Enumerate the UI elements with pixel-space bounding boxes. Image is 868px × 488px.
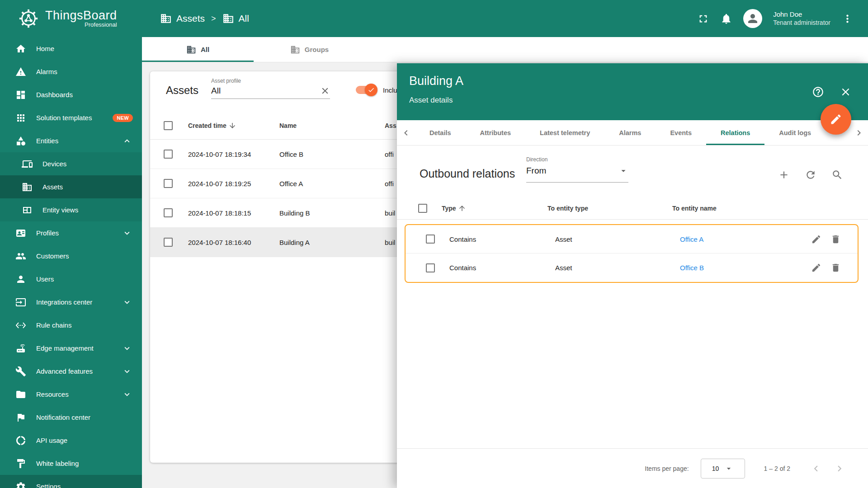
drawer-header: Building A Asset details: [397, 63, 868, 120]
sidebar-item-settings[interactable]: Settings: [0, 475, 142, 488]
select-all-checkbox[interactable]: [418, 204, 427, 213]
entity-link[interactable]: Office A: [680, 235, 773, 243]
tab-all[interactable]: All: [142, 37, 254, 62]
sidebar-item-edge-management[interactable]: Edge management: [0, 337, 142, 360]
sidebar-item-assets[interactable]: Assets: [0, 175, 142, 198]
sidebar-item-label: Dashboards: [36, 91, 73, 99]
column-created-time[interactable]: Created time: [188, 122, 279, 130]
previous-page-icon[interactable]: [810, 463, 822, 474]
tab-audit-logs[interactable]: Audit logs: [764, 120, 826, 145]
row-checkbox[interactable]: [164, 150, 173, 159]
next-page-icon[interactable]: [834, 463, 845, 474]
dashboards-icon: [15, 89, 26, 100]
chevron-down-icon: [122, 228, 132, 238]
sidebar-item-solution-templates[interactable]: Solution templates NEW: [0, 106, 142, 129]
cell-created: 2024-10-07 18:19:25: [188, 180, 279, 188]
sidebar-item-label: Entities: [36, 137, 58, 145]
drawer-subtitle: Asset details: [409, 96, 453, 105]
settings-icon: [15, 481, 26, 488]
sidebar-item-rule-chains[interactable]: Rule chains: [0, 314, 142, 337]
all-breadcrumb-icon: [222, 13, 234, 24]
relation-row[interactable]: Contains Asset Office B: [406, 253, 858, 282]
page-size-select[interactable]: 10: [701, 459, 745, 479]
notifications-bell-icon[interactable]: [720, 13, 732, 25]
edit-relation-icon[interactable]: [811, 263, 821, 273]
sidebar-item-profiles[interactable]: Profiles: [0, 221, 142, 244]
tabs-scroll-right[interactable]: [850, 120, 868, 145]
tab-details[interactable]: Details: [415, 120, 466, 145]
fullscreen-icon[interactable]: [697, 13, 709, 25]
relation-row[interactable]: Contains Asset Office A: [406, 225, 858, 253]
sidebar-item-api-usage[interactable]: API usage: [0, 429, 142, 452]
tab-alarms[interactable]: Alarms: [604, 120, 656, 145]
refresh-icon[interactable]: [805, 169, 816, 181]
breadcrumb-assets[interactable]: Assets: [176, 13, 205, 24]
row-checkbox[interactable]: [164, 179, 173, 188]
breadcrumb-all[interactable]: All: [239, 13, 249, 24]
sidebar-item-users[interactable]: Users: [0, 267, 142, 291]
sidebar-item-resources[interactable]: Resources: [0, 383, 142, 406]
sidebar-item-entity-views[interactable]: Entity views: [0, 198, 142, 221]
select-all-checkbox[interactable]: [164, 121, 173, 130]
cell-to-type: Asset: [555, 264, 680, 272]
column-to-entity-name[interactable]: To entity name: [672, 205, 783, 212]
sidebar-item-white-labeling[interactable]: White labeling: [0, 452, 142, 475]
filter-label: Asset profile: [211, 78, 330, 84]
chevron-down-icon: [122, 366, 132, 376]
chevron-left-icon: [401, 127, 411, 138]
sidebar-item-dashboards[interactable]: Dashboards: [0, 83, 142, 106]
tab-groups[interactable]: Groups: [254, 37, 365, 62]
assets-icon: [22, 182, 33, 192]
row-checkbox[interactable]: [164, 208, 173, 217]
sidebar-item-integrations-center[interactable]: Integrations center: [0, 291, 142, 314]
tabs-scroll-left[interactable]: [397, 120, 415, 145]
cell-name: Office B: [279, 150, 385, 158]
tab-latest-telemetry[interactable]: Latest telemetry: [525, 120, 604, 145]
avatar-person-icon: [746, 12, 760, 25]
sidebar-item-home[interactable]: Home: [0, 37, 142, 60]
sidebar-item-notification-center[interactable]: Notification center: [0, 406, 142, 429]
column-to-entity-type[interactable]: To entity type: [547, 205, 672, 212]
cell-created: 2024-10-07 18:16:40: [188, 239, 279, 246]
add-relation-icon[interactable]: [778, 169, 790, 181]
sidebar-item-devices[interactable]: Devices: [0, 152, 142, 175]
chevron-down-icon: [122, 297, 132, 307]
more-menu-icon[interactable]: [841, 13, 854, 25]
entity-link[interactable]: Office B: [680, 264, 773, 272]
chevron-up-icon: [122, 136, 132, 146]
include-toggle[interactable]: [356, 86, 377, 94]
include-toggle-wrap: Includ: [356, 86, 401, 94]
sidebar-item-advanced-features[interactable]: Advanced features: [0, 360, 142, 383]
asset-profile-filter[interactable]: Asset profile All: [211, 78, 330, 99]
help-icon[interactable]: [812, 86, 824, 98]
edit-relation-icon[interactable]: [811, 234, 821, 244]
sidebar-item-alarms[interactable]: Alarms: [0, 60, 142, 83]
close-icon[interactable]: [840, 86, 852, 98]
sidebar-item-label: Customers: [36, 252, 69, 260]
tab-attributes[interactable]: Attributes: [466, 120, 525, 145]
pagination-bar: Items per page: 10 1 – 2 of 2: [397, 448, 868, 488]
row-checkbox[interactable]: [164, 238, 173, 247]
chevron-down-icon: [122, 343, 132, 353]
search-icon[interactable]: [831, 169, 843, 181]
row-checkbox[interactable]: [426, 263, 435, 272]
clear-filter-icon[interactable]: [320, 86, 330, 96]
sidebar-item-customers[interactable]: Customers: [0, 244, 142, 267]
sidebar-item-label: API usage: [36, 436, 67, 444]
column-type[interactable]: Type: [442, 204, 547, 212]
sidebar-item-entities[interactable]: Entities: [0, 129, 142, 152]
row-checkbox[interactable]: [426, 235, 435, 244]
home-icon: [15, 43, 26, 54]
delete-relation-icon[interactable]: [830, 234, 841, 244]
drawer-title: Building A: [409, 74, 463, 88]
delete-relation-icon[interactable]: [830, 263, 841, 273]
avatar[interactable]: [743, 9, 762, 28]
direction-select[interactable]: Direction From: [526, 156, 628, 183]
tab-relations[interactable]: Relations: [706, 120, 764, 145]
sidebar-item-label: Settings: [36, 483, 61, 488]
pagination-range: 1 – 2 of 2: [764, 465, 790, 472]
brand[interactable]: ThingsBoard Professional: [0, 0, 142, 37]
tab-events[interactable]: Events: [656, 120, 706, 145]
column-name[interactable]: Name: [279, 122, 385, 129]
edit-fab-button[interactable]: [821, 104, 851, 135]
